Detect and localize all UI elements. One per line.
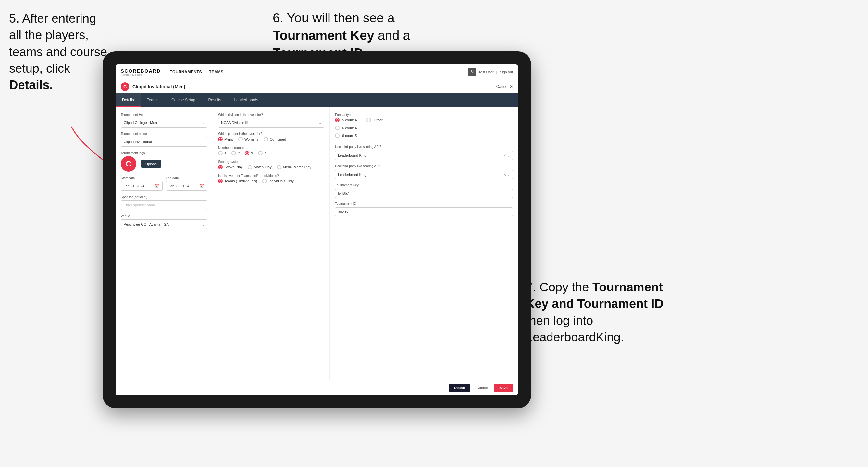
start-date-value: Jan 21, 2024	[124, 184, 145, 188]
api2-clear-icon[interactable]: ✕	[503, 173, 506, 177]
end-date-value: Jan 23, 2024	[169, 184, 190, 188]
nav-separator: |	[496, 70, 497, 74]
api1-select[interactable]: Leaderboard King ✕ ⌄	[335, 151, 513, 160]
action-bar: Delete Cancel Save	[116, 380, 518, 395]
logo-label: Tournament logo	[121, 151, 208, 155]
name-input[interactable]: Clippd Invitational	[121, 137, 208, 147]
scoring-match-play[interactable]: Match Play	[248, 165, 271, 169]
division-field-group: Which division is the event for? NCAA Di…	[218, 113, 324, 128]
rounds-3-radio[interactable]	[245, 151, 249, 155]
name-field-group: Tournament name Clippd Invitational	[121, 132, 208, 147]
gender-womens-radio[interactable]	[238, 137, 243, 142]
format-label: Format type	[335, 113, 513, 117]
teams-radio-group: Teams (+Individuals) Individuals Only	[218, 179, 324, 183]
division-input[interactable]: NCAA Division III ⌄	[218, 118, 324, 128]
api1-value: Leaderboard King	[338, 154, 366, 157]
venue-input[interactable]: Peachtree GC - Atlanta - GA ⌄	[121, 219, 208, 229]
end-date-label: End date	[166, 176, 208, 180]
scoring-field-group: Scoring system Stroke Play Match Play	[218, 160, 324, 169]
scoring-stroke-radio[interactable]	[218, 165, 223, 169]
format-6count4-radio[interactable]	[335, 126, 340, 130]
format-6count5[interactable]: 6 count 5	[335, 133, 357, 138]
rounds-4-radio[interactable]	[258, 151, 262, 155]
division-chevron-icon: ⌄	[319, 121, 321, 125]
format-6count5-radio[interactable]	[335, 133, 340, 138]
host-input[interactable]: Clippd College - Men ⌄	[121, 118, 208, 128]
rounds-3[interactable]: 3	[245, 151, 253, 155]
tab-results[interactable]: Results	[202, 93, 227, 107]
scoring-stroke-play[interactable]: Stroke Play	[218, 165, 243, 169]
gender-womens-label: Womens	[244, 137, 258, 141]
rounds-1[interactable]: 1	[218, 151, 226, 155]
division-value: NCAA Division III	[221, 121, 248, 125]
format-5count4-label: 5 count 4	[342, 118, 357, 122]
nav-teams[interactable]: TEAMS	[209, 70, 224, 74]
scoring-match-radio[interactable]	[248, 165, 252, 169]
delete-button[interactable]: Delete	[449, 383, 470, 392]
tab-teams[interactable]: Teams	[141, 93, 165, 107]
gender-mens-radio[interactable]	[218, 137, 223, 142]
tournament-id-value: 302051	[338, 210, 350, 214]
gender-field-group: Which gender is the event for? Mens Wome…	[218, 132, 324, 142]
format-5count4[interactable]: 5 count 4	[335, 118, 357, 122]
format-5count4-radio[interactable]	[335, 118, 340, 122]
rounds-1-radio[interactable]	[218, 151, 223, 155]
format-other[interactable]: Other	[367, 118, 383, 122]
tab-leaderboards[interactable]: Leaderboards	[227, 93, 265, 107]
format-6count5-label: 6 count 5	[342, 134, 357, 137]
tab-details[interactable]: Details	[116, 93, 141, 107]
rounds-4[interactable]: 4	[258, 151, 266, 155]
individuals-label: Individuals Only	[269, 179, 294, 183]
save-button[interactable]: Save	[494, 383, 513, 392]
format-left-options: 5 count 4 6 count 4 6 count 5	[335, 118, 357, 141]
format-options-container: 5 count 4 6 count 4 6 count 5	[335, 118, 513, 141]
tab-course-setup[interactable]: Course Setup	[165, 93, 202, 107]
scoring-stroke-label: Stroke Play	[224, 165, 243, 169]
rounds-4-label: 4	[264, 151, 266, 155]
individuals-option[interactable]: Individuals Only	[262, 179, 294, 183]
scoring-medal-match[interactable]: Medal Match Play	[277, 165, 311, 169]
individuals-radio[interactable]	[262, 179, 267, 183]
rounds-2-label: 2	[238, 151, 240, 155]
tab-bar: Details Teams Course Setup Results Leade…	[116, 93, 518, 107]
gender-mens[interactable]: Mens	[218, 137, 233, 142]
rounds-1-label: 1	[224, 151, 226, 155]
tablet-screen: SCOREBOARD Powered by clippd TOURNAMENTS…	[116, 64, 518, 395]
teams-option[interactable]: Teams (+Individuals)	[218, 179, 257, 183]
gender-combined-label: Combined	[270, 137, 286, 141]
host-value: Clippd College - Men	[124, 121, 157, 125]
sign-out-link[interactable]: Sign out	[500, 70, 513, 74]
rounds-radio-group: 1 2 3 4	[218, 151, 324, 155]
end-date-input[interactable]: Jan 23, 2024 📅	[166, 181, 208, 191]
tournament-title: Clippd Invitational (Men)	[132, 84, 185, 89]
tournament-key-field[interactable]: b4f8b7	[335, 189, 513, 198]
nav-tournaments[interactable]: TOURNAMENTS	[170, 70, 202, 74]
tournament-id-field[interactable]: 302051	[335, 207, 513, 216]
api1-clear-icon[interactable]: ✕	[503, 154, 506, 157]
tournament-key-label: Tournament Key	[335, 183, 513, 187]
venue-field-group: Venue Peachtree GC - Atlanta - GA ⌄	[121, 215, 208, 229]
api1-chevron-icon[interactable]: ⌄	[507, 154, 510, 157]
start-date-label: Start date	[121, 176, 163, 180]
main-content: Tournament Host Clippd College - Men ⌄ T…	[116, 107, 518, 380]
api2-select[interactable]: Leaderboard King ✕ ⌄	[335, 170, 513, 180]
rounds-2-radio[interactable]	[231, 151, 236, 155]
format-other-radio[interactable]	[367, 118, 371, 122]
gender-combined-radio[interactable]	[264, 137, 268, 142]
cancel-button[interactable]: Cancel	[473, 383, 491, 392]
gender-womens[interactable]: Womens	[238, 137, 258, 142]
gender-combined[interactable]: Combined	[264, 137, 286, 142]
scoring-match-label: Match Play	[254, 165, 271, 169]
api2-label: Use third-party live scoring API?	[335, 164, 513, 168]
teams-radio[interactable]	[218, 179, 223, 183]
format-6count4[interactable]: 6 count 4	[335, 126, 357, 130]
start-date-input[interactable]: Jan 21, 2024 📅	[121, 181, 163, 191]
tournament-cancel-button[interactable]: Cancel ✕	[496, 84, 513, 89]
rounds-2[interactable]: 2	[231, 151, 240, 155]
scoring-medal-radio[interactable]	[277, 165, 281, 169]
api2-chevron-icon[interactable]: ⌄	[507, 173, 510, 177]
sponsor-input[interactable]: Enter sponsor name	[121, 200, 208, 210]
upload-button[interactable]: Upload	[141, 160, 161, 168]
venue-value: Peachtree GC - Atlanta - GA	[124, 222, 169, 226]
gender-label: Which gender is the event for?	[218, 132, 324, 136]
